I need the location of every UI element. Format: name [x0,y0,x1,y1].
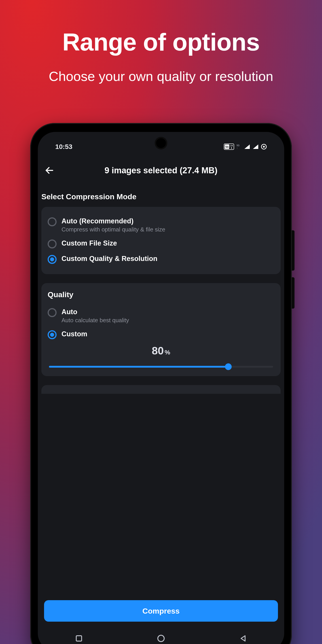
side-button [292,230,294,270]
page-title: 9 images selected (27.4 MB) [58,166,264,175]
square-icon [75,634,83,642]
radio-label: Custom Quality & Resolution [62,255,158,263]
compress-button[interactable]: Compress [44,600,278,622]
content: Select Compression Mode Auto (Recommende… [38,188,284,394]
radio-icon [48,308,56,317]
svg-point-8 [263,146,265,148]
volte-icon: Vo LTE 1 [224,144,234,150]
quality-value-number: 80 [152,345,164,357]
svg-text:1: 1 [231,146,232,149]
bottom-bar: Compress [38,600,284,626]
circle-icon [157,634,165,643]
quality-value: 80% [49,344,273,357]
radio-sublabel: Compress with optimal quality & file siz… [62,226,165,233]
svg-text:Vo: Vo [226,145,228,148]
radio-icon [48,217,56,226]
status-icons: Vo LTE 1 5G↕ [224,144,267,150]
system-nav-bar [38,626,284,644]
resolution-card: Resolution Auto Auto calculate optimal r… [41,385,281,394]
quality-option-custom[interactable]: Custom [48,327,274,342]
resolution-heading: Resolution [48,392,274,394]
svg-text:↕: ↕ [236,147,238,149]
mode-option-auto[interactable]: Auto (Recommended) Compress with optimal… [48,214,274,236]
svg-rect-14 [76,636,82,641]
slider-fill [49,366,228,368]
promo-header: Range of options Choose your own quality… [0,0,322,84]
network-5g-icon: 5G↕ [236,144,242,149]
slider-thumb[interactable] [225,363,232,370]
radio-label: Auto (Recommended) [62,217,165,225]
app-bar: 9 images selected (27.4 MB) [38,158,284,188]
triangle-left-icon [239,634,247,642]
phone-frame: 10:53 Vo LTE 1 5G↕ 9 images selected [30,123,292,644]
svg-point-15 [158,635,164,642]
radio-icon [48,330,56,339]
android-back-button[interactable] [231,632,255,644]
target-icon [261,144,267,150]
quality-slider-wrap: 80% [48,342,274,369]
svg-text:5G: 5G [236,144,240,147]
promo-subtitle: Choose your own quality or resolution [0,68,322,84]
recent-apps-button[interactable] [67,632,91,644]
home-button[interactable] [149,632,173,644]
quality-option-auto[interactable]: Auto Auto calculate best quality [48,305,274,327]
radio-sublabel: Auto calculate best quality [62,317,129,324]
signal-icon [244,144,250,149]
quality-card: Quality Auto Auto calculate best quality… [41,283,281,376]
radio-label: Custom File Size [62,239,117,247]
quality-heading: Quality [48,290,274,299]
radio-icon [48,240,56,248]
mode-card: Auto (Recommended) Compress with optimal… [41,207,281,274]
camera-cutout [155,137,167,149]
radio-label: Auto [62,308,129,316]
screen: 10:53 Vo LTE 1 5G↕ 9 images selected [38,132,284,644]
quality-slider[interactable] [49,366,273,368]
radio-label: Custom [62,330,87,338]
mode-option-custom-size[interactable]: Custom File Size [48,236,274,252]
quality-value-unit: % [164,349,170,356]
signal-icon [252,144,259,149]
radio-icon [48,255,56,264]
side-button [292,277,294,308]
status-time: 10:53 [55,143,72,150]
promo-title: Range of options [0,29,322,55]
section-label-mode: Select Compression Mode [40,188,282,207]
back-button[interactable] [41,162,58,178]
mode-option-custom-quality[interactable]: Custom Quality & Resolution [48,252,274,267]
arrow-left-icon [44,166,54,175]
